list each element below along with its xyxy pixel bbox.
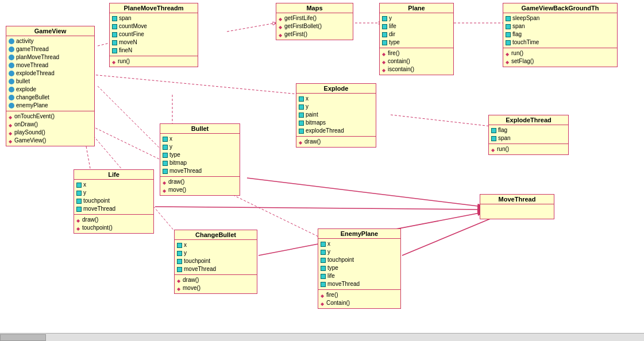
class-changebullet-title: ChangeBullet (175, 230, 257, 240)
class-bullet-title: Bullet (160, 124, 240, 134)
class-gameviewbackgroundth-methods: run() setFlag() (503, 48, 617, 67)
class-movethread: MoveThread (480, 194, 554, 219)
svg-line-10 (155, 207, 483, 210)
scrollbar-thumb[interactable] (0, 334, 46, 341)
svg-line-9 (247, 178, 483, 207)
class-enemyplane: EnemyPlane x y touchpoint type life move… (318, 228, 401, 309)
class-maps: Maps getFirstLife() getFirstBollet() get… (276, 3, 353, 40)
class-gameview-fields: activity gameThread planMoveThread moveT… (6, 36, 94, 111)
class-plane-fields: y life dir type (380, 13, 453, 48)
class-changebullet-methods: draw() move() (175, 275, 257, 293)
svg-line-13 (391, 115, 491, 126)
class-gameview-methods: onTouchEvent() onDraw() playSound() Game… (6, 111, 94, 146)
class-enemyplane-title: EnemyPlane (318, 229, 400, 239)
class-plane: Plane y life dir type fire() contain() i… (379, 3, 454, 75)
class-enemyplane-fields: x y touchpoint type life moveThread (318, 239, 400, 290)
class-gameviewbackgroundth-fields: sleepSpan span flag touchTime (503, 13, 617, 48)
class-planemovethreadm: PlaneMoveThreadm span countMove countFin… (109, 3, 198, 67)
class-bullet: Bullet x y type bitmap moveThread draw()… (160, 123, 240, 196)
class-plane-methods: fire() contain() iscontain() (380, 48, 453, 75)
class-explodethread-title: ExplodeThread (489, 115, 568, 125)
class-maps-methods: getFirstLife() getFirstBollet() getFirst… (276, 13, 353, 40)
class-explodethread: ExplodeThread flag span run() (488, 115, 569, 155)
class-plane-title: Plane (380, 3, 453, 13)
class-life: Life x y touchpoint moveThread draw() to… (74, 169, 154, 234)
class-bullet-methods: draw() move() (160, 177, 240, 195)
class-enemyplane-methods: fire() Contain() (318, 290, 400, 308)
class-explodethread-fields: flag span (489, 125, 568, 144)
svg-line-6 (227, 23, 276, 32)
class-maps-title: Maps (276, 3, 353, 13)
class-life-fields: x y touchpoint moveThread (74, 180, 153, 215)
class-bullet-fields: x y type bitmap moveThread (160, 134, 240, 177)
svg-line-1 (98, 86, 161, 149)
class-gameview-title: GameView (6, 26, 94, 36)
class-movethread-title: MoveThread (480, 195, 554, 204)
class-gameviewbackgroundth: GameViewBackGroundTh sleepSpan span flag… (503, 3, 618, 67)
class-planemovethreadm-title: PlaneMoveThreadm (110, 3, 198, 13)
class-explode-fields: x y paint bitmaps explodeThread (296, 94, 376, 137)
class-changebullet: ChangeBullet x y touchpoint moveThread d… (174, 230, 257, 294)
class-life-title: Life (74, 170, 153, 180)
class-planemovethreadm-methods: run() (110, 56, 198, 67)
class-planemovethreadm-fields: span countMove countFine moveN fineN (110, 13, 198, 56)
horizontal-scrollbar[interactable] (0, 333, 644, 341)
class-explode-methods: draw() (296, 137, 376, 147)
class-explodethread-methods: run() (489, 144, 568, 154)
diagram-area: GameView activity gameThread planMoveThr… (0, 0, 644, 333)
class-movethread-body (480, 204, 554, 219)
class-explode: Explode x y paint bitmaps explodeThread … (296, 83, 376, 148)
class-life-methods: draw() touchpoint() (74, 215, 153, 233)
class-changebullet-fields: x y touchpoint moveThread (175, 240, 257, 275)
class-explode-title: Explode (296, 84, 376, 94)
class-gameviewbackgroundth-title: GameViewBackGroundTh (503, 3, 617, 13)
class-gameview: GameView activity gameThread planMoveThr… (6, 26, 95, 146)
svg-line-5 (92, 75, 304, 95)
